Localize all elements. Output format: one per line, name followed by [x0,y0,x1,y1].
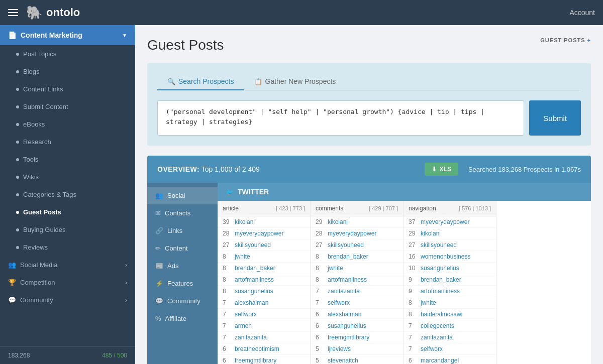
sidebar-group-competition[interactable]: 🏆 Competition › [0,274,135,291]
item-link[interactable]: skillsyouneed [235,241,305,249]
logo-text: ontolo [46,6,80,19]
table-row: 29 kikolani [311,216,403,228]
content-icon: ✏ [155,245,161,252]
sidebar-item-ebooks[interactable]: eBooks [0,115,135,133]
results-sidebar-item-community[interactable]: 💬 Community [147,292,218,310]
item-link[interactable]: collegecents [421,322,491,329]
item-num: 8 [409,311,421,318]
sidebar-item-research[interactable]: Research [0,133,135,151]
item-num: 7 [409,345,421,352]
column-stats-article: [ 423 | 773 ] [276,205,305,211]
contacts-icon: ✉ [155,209,161,217]
results-sidebar-item-links[interactable]: 🔗 Links [147,222,218,239]
item-link[interactable]: skillsyouneed [328,241,398,249]
item-link[interactable]: kikolani [421,230,491,237]
tab-search-prospects[interactable]: 🔍 Search Prospects [157,73,244,90]
sidebar-item-wikis[interactable]: Wikis [0,168,135,186]
results-sidebar-item-content[interactable]: ✏ Content [147,239,218,257]
sidebar-item-label: Submit Content [23,103,68,110]
item-num: 29 [409,230,421,237]
sidebar-section-content-marketing[interactable]: 📄 Content Marketing ▼ [0,25,135,45]
item-link[interactable]: selfworx [421,345,491,352]
sidebar-item-label: Content Links [23,85,63,93]
item-link[interactable]: kikolani [235,218,305,225]
item-link[interactable]: brendan_baker [421,276,491,283]
item-link[interactable]: jwhite [235,253,305,260]
item-link[interactable]: marcandangel [421,357,491,364]
item-link[interactable]: freemgmtlibrary [328,334,398,341]
overview-right: ⬇ XLS Searched 183,268 Prospects in 1.06… [425,163,581,176]
logo-elephant-icon: 🐘 [26,5,42,21]
item-link[interactable]: susangunelius [328,322,398,329]
page-badge-text: GUEST POSTS [540,37,585,43]
item-link[interactable]: selfworx [328,299,398,306]
table-row: 10 susangunelius [404,263,496,274]
results-sidebar-item-social[interactable]: 👥 Social [147,187,218,204]
sidebar-item-tools[interactable]: Tools [0,151,135,168]
item-link[interactable]: brendan_baker [235,265,305,272]
item-link[interactable]: breatheoptimism [235,345,305,352]
ads-icon: 📰 [155,262,163,270]
item-link[interactable]: skillsyouneed [421,241,491,249]
item-link[interactable]: susangunelius [235,288,305,295]
item-link[interactable]: artofmanliness [328,276,398,283]
item-num: 8 [223,288,235,295]
item-link[interactable]: zanitazanita [328,288,398,295]
sidebar-item-post-topics[interactable]: Post Topics [0,45,135,63]
sidebar-group-social-media[interactable]: 👥 Social Media › [0,256,135,274]
item-link[interactable]: artofmanliness [421,288,491,295]
table-row: 37 myeverydaypower [404,216,496,228]
item-link[interactable]: jwhite [328,265,398,272]
sidebar-item-content-links[interactable]: Content Links [0,80,135,98]
page-title: Guest Posts [147,37,224,53]
social-icon: 👥 [155,192,163,199]
sidebar-item-submit-content[interactable]: Submit Content [0,98,135,115]
results-sidebar-item-affiliate[interactable]: % Affiliate [147,310,218,327]
search-input[interactable]: ("personal development" | "self help" | … [157,100,524,136]
item-link[interactable]: stevenaitch [328,357,398,364]
item-link[interactable]: brendan_baker [328,253,398,260]
item-link[interactable]: selfworx [235,311,305,318]
hamburger-button[interactable] [8,9,18,16]
sidebar-group-community-label: Community [20,296,53,304]
xls-button[interactable]: ⬇ XLS [425,163,458,176]
item-link[interactable]: armen [235,322,305,329]
results-sidebar-item-features[interactable]: ⚡ Features [147,275,218,292]
item-link[interactable]: zanitazanita [421,334,491,341]
download-icon: ⬇ [432,166,437,173]
tab-gather-label: Gather New Prospects [265,77,336,85]
sidebar-item-blogs[interactable]: Blogs [0,63,135,80]
item-link[interactable]: haideralmosawi [421,311,491,318]
results-sidebar-item-ads[interactable]: 📰 Ads [147,257,218,275]
item-link[interactable]: freemgmtlibrary [235,357,305,364]
submit-button[interactable]: Submit [529,100,581,136]
table-row: 16 womenonbusiness [404,251,496,263]
item-link[interactable]: jwhite [421,299,491,306]
results-sidebar-label: Contacts [165,209,190,217]
table-row: 6 susangunelius [311,320,403,332]
item-link[interactable]: myeverydaypower [235,230,305,237]
item-link[interactable]: susangunelius [421,265,491,272]
account-link[interactable]: Account [569,9,595,17]
sidebar-group-community[interactable]: 💬 Community › [0,291,135,309]
item-link[interactable]: myeverydaypower [328,230,398,237]
tab-gather-prospects[interactable]: 📋 Gather New Prospects [244,73,346,90]
sidebar-item-guest-posts[interactable]: Guest Posts [0,203,135,221]
item-link[interactable]: myeverydaypower [421,218,491,225]
table-row: 8 brendan_baker [311,251,403,263]
item-link[interactable]: artofmanliness [235,276,305,283]
item-link[interactable]: ljreviews [328,345,398,352]
sidebar-item-buying-guides[interactable]: Buying Guides [0,221,135,238]
results-sidebar-item-contacts[interactable]: ✉ Contacts [147,204,218,222]
item-link[interactable]: womenonbusiness [421,253,491,260]
item-link[interactable]: alexshalman [235,299,305,306]
results-sidebar-label: Affiliate [165,315,186,322]
item-link[interactable]: alexshalman [328,311,398,318]
sidebar-item-label: Wikis [23,173,39,181]
item-link[interactable]: zanitazanita [235,334,305,341]
dot-icon [16,105,19,108]
sidebar-item-categories-tags[interactable]: Categories & Tags [0,186,135,203]
sidebar-item-reviews[interactable]: Reviews [0,238,135,256]
item-link[interactable]: kikolani [328,218,398,225]
dot-icon [16,228,19,231]
